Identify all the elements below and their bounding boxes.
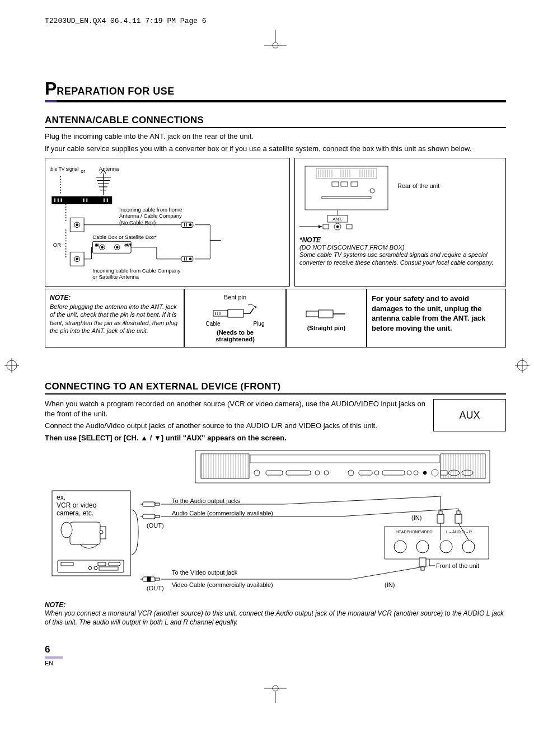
svg-text:OUT: OUT [125,243,132,247]
svg-point-44 [101,246,104,248]
external-device-diagram: ex. VCR or video camera, etc. [45,448,506,594]
svg-rect-147 [155,515,160,518]
svg-rect-137 [61,562,73,566]
svg-text:VCR or video: VCR or video [57,501,97,509]
note-head: NOTE: [50,294,179,302]
rca-plug-in-icon-2 [455,511,462,523]
rca-plug-in-icon-1 [437,511,444,523]
svg-rect-104 [318,310,333,318]
svg-text:L – AUDIO – R: L – AUDIO – R [446,530,472,534]
svg-rect-142 [99,567,118,570]
svg-point-117 [374,471,379,475]
svg-rect-177 [419,558,426,567]
svg-text:Rear of the unit: Rear of the unit [397,182,439,189]
svg-text:To the Video output jack: To the Video output jack [172,569,238,576]
svg-rect-17 [54,198,56,203]
svg-rect-103 [306,311,318,317]
note-cell-1: NOTE: Before plugging the antenna into t… [45,289,184,348]
svg-point-121 [423,471,427,475]
coax-plug-icon-1 [181,222,193,228]
svg-text:Cable Box or Satellite Box*: Cable Box or Satellite Box* [92,234,157,241]
vcr-icon [58,560,124,572]
svg-point-133 [61,522,72,538]
svg-text:To the Audio output jacks: To the Audio output jacks [172,497,241,504]
crop-mark-top [45,30,506,50]
svg-point-161 [394,541,406,553]
svg-rect-116 [359,471,372,475]
svg-point-28 [76,224,78,226]
svg-rect-21 [86,198,88,203]
svg-rect-139 [108,562,120,566]
coax-plug-icon-2 [181,256,193,262]
section2-note-body: When you connect a monaural VCR (another… [45,609,506,627]
svg-point-162 [416,541,429,553]
svg-rect-178 [421,567,424,570]
note-cell-3: (Straight pin) [286,289,367,348]
note-cell-2: Bent pin Cable Plug (Needs to bestraight… [184,289,286,348]
antenna-diagram-left: Cable TV signal or Antenna [45,158,290,287]
down-triangle-icon: ▼ [154,434,161,442]
antenna-icon [96,170,111,195]
svg-point-113 [315,471,320,475]
svg-text:(OUT): (OUT) [147,522,164,529]
svg-rect-20 [83,198,85,203]
svg-point-114 [324,471,329,475]
svg-rect-19 [60,198,62,203]
svg-point-115 [348,470,354,476]
note-body: Some cable TV systems use scrambled sign… [299,251,501,267]
svg-rect-123 [441,471,447,475]
svg-rect-107 [201,454,249,478]
svg-text:VIDEO: VIDEO [420,530,433,534]
svg-text:IN: IN [95,243,99,247]
page-title: P REPARATION FOR USE [45,78,506,99]
svg-point-119 [407,471,411,475]
svg-rect-154 [439,511,442,514]
svg-rect-101 [228,309,243,317]
unit-rear-icon [305,166,388,210]
svg-text:(IN): (IN) [385,581,395,588]
svg-rect-112 [286,471,311,475]
camera-icon [61,522,106,548]
aux-label: AUX [459,410,480,421]
svg-rect-90 [323,224,329,229]
wallplate-icon-1 [70,218,84,232]
cable-box-icon: IN OUT [92,241,132,253]
section1-intro1: Plug the incoming cable into the ANT. ja… [45,132,506,142]
svg-rect-132 [70,522,100,544]
svg-point-110 [254,470,260,476]
svg-rect-18 [57,198,59,203]
svg-text:Video Cable (commercially avai: Video Cable (commercially available) [172,581,273,588]
crop-mark-bottom [45,684,506,705]
aux-indicator-box: AUX [433,399,506,431]
svg-text:camera, etc.: camera, etc. [57,509,93,517]
svg-point-45 [116,246,118,248]
svg-rect-86 [322,196,371,199]
svg-point-92 [336,226,339,228]
svg-rect-82 [332,182,339,186]
svg-text:(OUT): (OUT) [147,585,164,591]
title-text: REPARATION FOR USE [57,86,174,97]
splitter-icon [52,196,112,204]
straight-pin-icon [304,306,349,321]
title-dropcap: P [45,78,57,99]
rca-plug-icon-3 [140,577,160,581]
svg-point-33 [189,223,192,226]
svg-text:Incoming cable from Cable Comp: Incoming cable from Cable Company [92,267,180,274]
section2-p3: Then use [SELECT] or [CH. ▲ / ▼] until "… [45,433,506,443]
svg-text:HEADPHONE: HEADPHONE [396,530,421,534]
svg-rect-22 [103,198,105,203]
svg-rect-84 [351,182,358,186]
note-line1: (DO NOT DISCONNECT FROM BOX) [299,244,501,251]
tv-front-icon [195,450,490,483]
rca-plug-icon-2 [140,514,160,519]
svg-rect-61 [305,166,388,210]
svg-rect-144 [155,503,160,505]
svg-rect-146 [143,514,155,519]
svg-point-140 [88,566,92,570]
title-underline [45,100,506,102]
svg-point-55 [76,258,78,260]
label-cable-tv: Cable TV signal [50,166,78,172]
section1-heading: ANTENNA/CABLE CONNECTIONS [45,115,506,128]
svg-rect-171 [155,578,160,580]
svg-rect-143 [143,502,155,506]
